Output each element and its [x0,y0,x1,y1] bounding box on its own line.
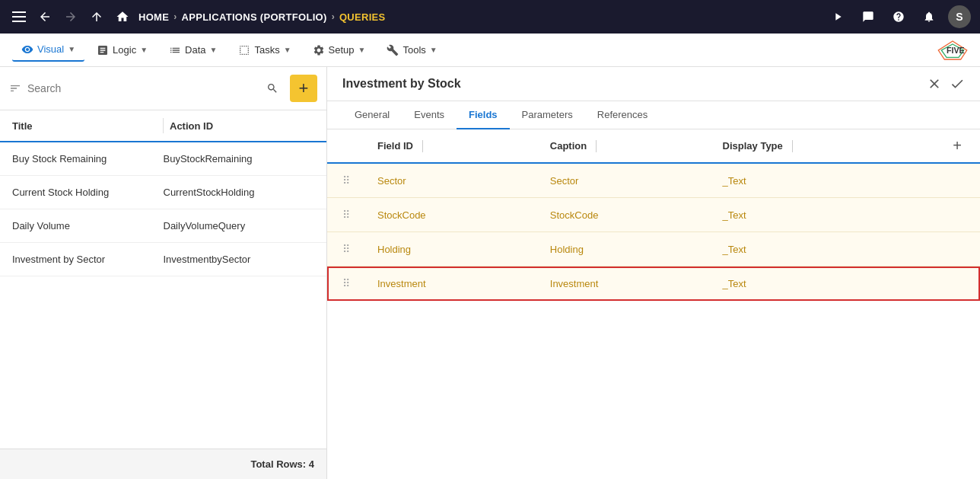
add-button[interactable]: + [290,75,317,102]
breadcrumb-portfolio[interactable]: Applications (Portfolio) [182,11,327,23]
user-avatar[interactable]: S [948,5,971,28]
search-input[interactable] [27,82,255,94]
drag-handle-cell: ⠿ [327,198,365,232]
list-item-title: Buy Stock Remaining [12,153,164,164]
hamburger-menu[interactable] [9,8,29,25]
tab-parameters[interactable]: Parameters [510,101,585,129]
main-area: + Title Action ID Buy Stock Remaining Bu… [0,67,980,479]
drag-handle-icon[interactable]: ⠿ [339,174,353,187]
left-panel-footer: Total Rows: 4 [0,449,326,479]
field-id-cell: Sector [365,163,538,198]
visual-caret: ▼ [68,45,75,53]
nav-logic[interactable]: Logic ▼ [88,40,157,61]
nav-tasks-label: Tasks [254,44,279,56]
list-item[interactable]: Buy Stock Remaining BuyStockRemaining [0,142,326,176]
add-field-button[interactable]: + [947,137,968,155]
list-item[interactable]: Current Stock Holding CurrentStockHoldin… [0,176,326,209]
list-item-title: Current Stock Holding [12,187,164,198]
caption-col-header: Caption [538,129,711,163]
search-bar: + [0,67,326,110]
tabs: General Events Fields Parameters Referen… [327,101,980,129]
list-items: Buy Stock Remaining BuyStockRemaining Cu… [0,142,326,449]
drag-handle-icon[interactable]: ⠿ [339,277,353,289]
svg-text:FIVE: FIVE [947,46,965,55]
panel-actions [927,76,965,91]
caption-cell: StockCode [538,198,711,232]
list-item[interactable]: Daily Volume DailyVolumeQuery [0,209,326,243]
top-nav: Home › Applications (Portfolio) › Querie… [0,0,980,34]
table-row selected-table-row[interactable]: ⠿ Investment Investment _Text [327,267,980,301]
play-button[interactable] [826,5,849,28]
left-panel: + Title Action ID Buy Stock Remaining Bu… [0,67,327,479]
tasks-icon [238,44,250,56]
top-nav-right: S [826,5,971,28]
tab-general[interactable]: General [342,101,402,129]
back-button[interactable] [35,7,55,27]
list-item-action-id: InvestmentbySector [164,254,315,265]
list-item-action-id: BuyStockRemaining [164,153,315,164]
tab-fields[interactable]: Fields [457,101,510,129]
setup-caret: ▼ [358,46,366,54]
list-item-action-id: DailyVolumeQuery [164,220,315,232]
close-button[interactable] [927,76,942,91]
nav-visual[interactable]: Visual ▼ [12,39,84,62]
tab-references[interactable]: References [585,101,660,129]
help-button[interactable] [887,5,910,28]
display-type-cell: _Text [711,198,935,232]
forward-button[interactable] [61,7,81,27]
drag-handle-cell: ⠿ [327,163,365,198]
drag-col-header [327,129,365,163]
nav-data[interactable]: Data ▼ [160,40,226,61]
tab-events[interactable]: Events [402,101,457,129]
caption-cell: Investment [538,267,711,301]
tools-icon [387,44,399,56]
list-item[interactable]: Investment by Sector InvestmentbySector [0,243,326,276]
drag-handle-cell: ⠿ [327,232,365,267]
confirm-button[interactable] [950,76,965,91]
total-rows-label: Total Rows: 4 [250,458,314,470]
logic-caret: ▼ [140,46,148,54]
display-type-col-header: Display Type [711,129,935,163]
breadcrumb-queries[interactable]: Queries [339,11,386,23]
data-caret: ▼ [210,46,218,54]
up-button[interactable] [87,7,107,27]
col-divider [422,140,423,152]
list-col-title: Title [12,120,157,132]
row-action-cell [934,198,980,232]
breadcrumb-home[interactable]: Home [138,11,169,23]
table-row[interactable]: ⠿ StockCode StockCode _Text [327,198,980,232]
nav-setup-label: Setup [329,44,355,56]
notification-button[interactable] [918,5,940,28]
drag-handle-icon[interactable]: ⠿ [339,209,353,221]
search-button[interactable] [261,77,284,100]
drag-handle-icon[interactable]: ⠿ [339,243,353,255]
list-col-action-id: Action ID [170,120,314,132]
fields-table-area: Field ID Caption Displ [327,129,980,479]
nav-tasks[interactable]: Tasks ▼ [229,40,300,61]
display-type-cell: _Text [711,163,935,198]
list-header: Title Action ID [0,110,326,142]
nav-setup[interactable]: Setup ▼ [304,40,375,61]
field-id-cell: Holding [365,232,538,267]
nav-logic-label: Logic [113,44,136,56]
add-col-header: + [934,129,980,163]
tasks-caret: ▼ [284,46,291,54]
field-id-cell: StockCode [365,198,538,232]
data-icon [169,44,181,56]
display-type-cell: _Text [711,267,935,301]
logic-icon [97,44,109,56]
breadcrumb: Home › Applications (Portfolio) › Querie… [113,7,386,27]
row-action-cell [934,232,980,267]
secondary-nav: Visual ▼ Logic ▼ Data ▼ Tasks ▼ Setup ▼ … [0,34,980,67]
comment-button[interactable] [857,5,880,28]
list-item-title: Investment by Sector [12,254,164,265]
list-item-action-id: CurrentStockHolding [164,187,315,198]
nav-tools[interactable]: Tools ▼ [377,40,446,61]
eye-icon [21,43,33,56]
caption-cell: Sector [538,163,711,198]
table-row[interactable]: ⠿ Holding Holding _Text [327,232,980,267]
panel-title: Investment by Stock [342,77,927,91]
table-row[interactable]: ⠿ Sector Sector _Text [327,163,980,198]
search-bar-filter-icon [9,82,21,94]
caption-cell: Holding [538,232,711,267]
